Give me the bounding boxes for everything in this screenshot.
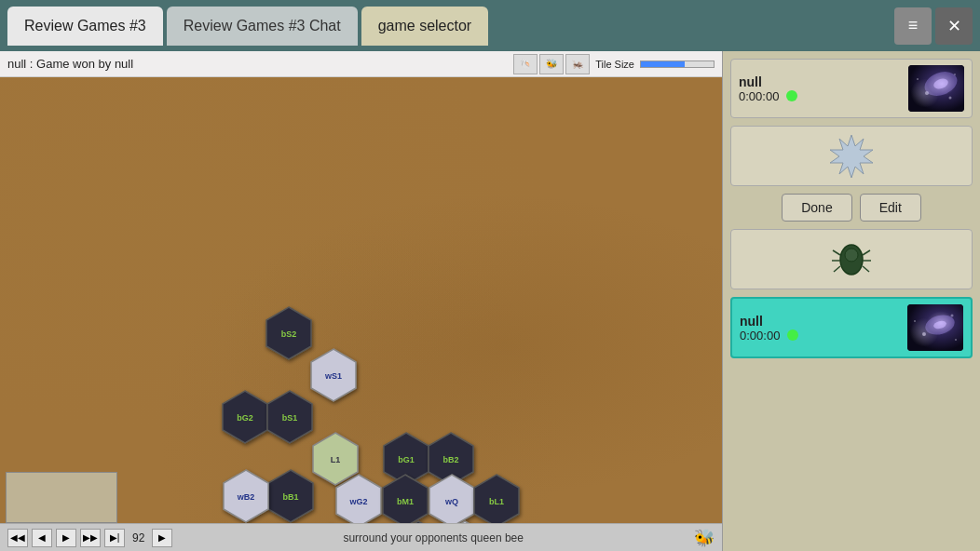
tile-wS1[interactable]: wS1 (311, 349, 356, 401)
mini-map (6, 472, 117, 523)
svg-point-71 (914, 320, 916, 322)
board-area: null : Game won by null 🐚 🐝 🦗 Tile Size (0, 51, 722, 551)
svg-marker-2 (311, 349, 356, 401)
cork-board[interactable]: bS2 wS1 bG2 bS1 (0, 77, 722, 523)
svg-marker-0 (266, 307, 311, 359)
edit-button[interactable]: Edit (860, 194, 921, 222)
player2-avatar (907, 304, 963, 351)
nav-first-button[interactable]: ◀◀ (7, 529, 28, 547)
svg-marker-10 (268, 470, 313, 522)
svg-marker-4 (223, 391, 267, 443)
svg-line-62 (834, 266, 840, 272)
tile-bA1[interactable]: bA1 (396, 521, 441, 523)
tile-size-bar[interactable] (640, 60, 715, 68)
player1-time: 0:00:00 (739, 89, 779, 103)
tile-bM1[interactable]: bM1 (383, 475, 428, 523)
svg-marker-8 (313, 433, 358, 485)
tab-review-games-chat[interactable]: Review Games #3 Chat (167, 7, 358, 46)
svg-point-67 (923, 312, 957, 338)
tile-wB2[interactable]: wB2 (224, 470, 268, 522)
svg-rect-36 (7, 473, 117, 523)
tab-game-selector[interactable]: game selector (361, 7, 489, 46)
close-button[interactable]: ✕ (935, 7, 973, 45)
tile-bL1[interactable]: bL1 (474, 475, 519, 523)
piece-snowflake-svg (828, 133, 875, 180)
svg-text:bG1: bG1 (398, 455, 415, 464)
tab-review-games[interactable]: Review Games #3 (7, 7, 163, 46)
piece-bug-svg (828, 236, 875, 283)
player2-status-dot (787, 329, 798, 341)
galaxy-svg-1 (908, 65, 964, 112)
svg-line-60 (833, 250, 840, 255)
piece-holder-1 (730, 126, 973, 186)
svg-point-70 (951, 315, 954, 317)
svg-text:bS1: bS1 (282, 413, 298, 423)
nav-last-button[interactable]: ▶▶ (80, 529, 101, 547)
action-buttons: Done Edit (730, 194, 973, 222)
svg-point-51 (921, 68, 960, 101)
svg-text:bB1: bB1 (282, 492, 298, 502)
done-button[interactable]: Done (782, 194, 851, 222)
svg-point-54 (949, 97, 952, 100)
icon-box-3: 🦗 (565, 54, 590, 74)
tile-bG1[interactable]: bG1 (384, 433, 429, 485)
player1-row: null 0:00:00 (739, 65, 964, 112)
piece-holder-2 (730, 229, 973, 289)
nav-play-button[interactable]: ▶ (152, 529, 172, 547)
svg-marker-57 (830, 135, 873, 178)
svg-marker-30 (396, 521, 441, 523)
tile-L1[interactable]: L1 (313, 433, 358, 485)
tile-bS1[interactable]: bS1 (267, 391, 312, 443)
tile-wG2[interactable]: wG2 (336, 475, 381, 523)
svg-point-53 (925, 91, 929, 95)
svg-marker-12 (224, 470, 268, 522)
svg-marker-32 (442, 521, 487, 523)
svg-line-65 (863, 266, 869, 272)
svg-point-56 (954, 74, 956, 75)
menu-button[interactable]: ≡ (894, 7, 932, 45)
svg-marker-18 (429, 433, 473, 485)
svg-marker-20 (383, 475, 428, 523)
nav-next-button[interactable]: ▶ (56, 529, 76, 547)
svg-text:wQ: wQ (444, 497, 458, 506)
tile-bB1[interactable]: bB1 (268, 470, 313, 522)
tile-size-label: Tile Size (595, 59, 634, 70)
nav-end-button[interactable]: ▶| (104, 529, 125, 547)
svg-line-63 (863, 250, 870, 255)
player2-row: null 0:00:00 (740, 304, 963, 351)
svg-text:bS2: bS2 (281, 329, 297, 339)
move-count: 92 (132, 531, 144, 544)
game-status-text: null : Game won by null (7, 57, 133, 71)
icon-box-2: 🐝 (539, 54, 564, 74)
tile-wQ[interactable]: wQ (429, 475, 474, 523)
svg-point-72 (955, 339, 957, 341)
tile-bG2[interactable]: bG2 (223, 391, 267, 443)
svg-marker-16 (384, 433, 429, 485)
status-message: surround your opponents queen bee (176, 531, 690, 544)
bottom-toolbar: ◀◀ ◀ ▶ ▶▶ ▶| 92 ▶ surround your opponent… (0, 523, 722, 551)
svg-point-68 (932, 319, 947, 329)
right-panel: null 0:00:00 (722, 51, 980, 551)
player1-avatar (908, 65, 964, 112)
status-bar: null : Game won by null 🐚 🐝 🦗 Tile Size (0, 51, 722, 77)
svg-rect-66 (907, 304, 963, 351)
tile-bA2[interactable]: bA2 (442, 521, 487, 523)
hex-tiles-svg: bS2 wS1 bG2 bS1 (0, 77, 722, 523)
player2-name: null (740, 314, 798, 329)
tile-bB2[interactable]: bB2 (429, 433, 473, 485)
svg-point-59 (845, 249, 858, 262)
svg-marker-6 (267, 391, 312, 443)
topbar: Review Games #3 Review Games #3 Chat gam… (0, 0, 980, 51)
player2-time: 0:00:00 (740, 329, 780, 343)
svg-marker-22 (429, 475, 474, 523)
player1-name: null (739, 74, 797, 89)
svg-text:L1: L1 (331, 455, 341, 464)
nav-prev-button[interactable]: ◀ (32, 529, 52, 547)
svg-rect-50 (908, 65, 964, 112)
svg-text:bB2: bB2 (442, 455, 458, 464)
player1-card: null 0:00:00 (730, 59, 973, 118)
svg-point-52 (932, 77, 949, 91)
tile-bS2[interactable]: bS2 (266, 307, 311, 359)
svg-text:wS1: wS1 (324, 371, 342, 381)
svg-text:bG2: bG2 (237, 413, 253, 423)
